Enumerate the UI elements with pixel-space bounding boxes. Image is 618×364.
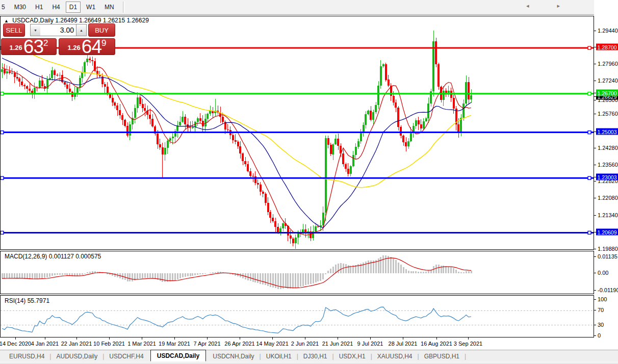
macd-axis-label: 0.00 (598, 270, 608, 276)
time-axis-date: 19 Mar 2021 (159, 341, 190, 347)
axis-tick (594, 181, 596, 181)
tab-scroll-arrows[interactable]: ◂ ▸ (526, 3, 573, 9)
macd-label: MACD(12,26,9) 0.001127 0.000575 (5, 253, 101, 260)
time-axis-date: 28 Jul 2021 (389, 341, 418, 347)
time-axis-date: 3 Sep 2021 (454, 341, 482, 347)
axis-tick (594, 198, 596, 198)
tab-gbpusd-h1[interactable]: GBPUSD,H1 (419, 351, 465, 361)
macd-axis-label: 0.01135 (598, 253, 617, 259)
time-axis-date: 22 Jan 2021 (61, 341, 92, 347)
time-axis-date: 9 Jul 2021 (357, 341, 383, 347)
mt4-terminal: 5M30H1H4D1W1MN MACD(12,26,9) 0.001127 0.… (0, 0, 618, 364)
toolbar-separator (123, 2, 125, 13)
one-click-trade-panel: SELL ▼ ▲ BUY 1.26 63 2 1.26 64 9 (1, 23, 117, 55)
timeframe-toolbar: 5M30H1H4D1W1MN (0, 0, 618, 15)
time-axis-tick (272, 337, 273, 340)
volume-increase-button[interactable]: ▲ (76, 24, 87, 36)
time-axis-date: 16 Aug 2021 (421, 341, 452, 347)
chart-header: ▲ USDCAD,Daily 1.26499 1.26649 1.26215 1… (4, 17, 149, 24)
chevron-up-icon: ▲ (80, 29, 83, 32)
timeframe-button-5[interactable]: 5 (0, 2, 9, 13)
rsi-axis-label: 0 (598, 332, 601, 339)
macd-panel[interactable]: MACD(12,26,9) 0.001127 0.000575 (0, 251, 594, 294)
tab-audusd-daily[interactable]: AUDUSD,Daily (51, 351, 102, 361)
price-axis-label: 1.27240 (598, 77, 618, 84)
volume-input[interactable] (40, 24, 76, 36)
axis-tick (594, 249, 596, 249)
time-axis-tick (240, 337, 240, 340)
time-axis-tick (370, 337, 371, 340)
chart-tab-bar: EURUSD,H4|AUDUSD,Daily|USDCHF,H4|USDCAD,… (0, 350, 618, 362)
chart-title: USDCAD,Daily (12, 17, 54, 24)
time-axis-tick (142, 337, 142, 340)
timeframe-button-h1[interactable]: H1 (32, 2, 46, 13)
price-tag: 1.28700 (596, 44, 618, 50)
tab-usdcad-daily[interactable]: USDCAD,Daily (150, 350, 206, 361)
price-axis-label: 1.19880 (598, 246, 618, 252)
rsi-canvas[interactable] (1, 296, 594, 337)
rsi-axis-label: 70 (598, 307, 604, 313)
chart-ohlc-values: 1.26499 1.26649 1.26215 1.26629 (55, 17, 149, 24)
axis-tick (594, 273, 596, 273)
tab-usdcnh-daily[interactable]: USDCNH,Daily (208, 351, 259, 361)
rsi-panel[interactable]: RSI(14) 55.7971 (0, 295, 594, 337)
time-axis-date: 1 Mar 2021 (127, 341, 156, 347)
time-axis-date: 14 May 2021 (256, 341, 289, 347)
time-axis-tick (15, 337, 16, 340)
time-axis-date: 14 Dec 2020 (0, 341, 31, 347)
time-axis-date: 2 Jun 2021 (291, 341, 319, 347)
tab-separator: | (465, 353, 466, 360)
axis-tick (594, 148, 596, 148)
tab-xauusd-h4[interactable]: XAUUSD,H4 (372, 351, 418, 361)
timeframe-button-w1[interactable]: W1 (83, 2, 99, 13)
time-axis-tick (338, 337, 338, 340)
time-axis-date: 7 Apr 2021 (193, 341, 220, 347)
price-axis-label: 1.24280 (598, 145, 618, 151)
axis-tick (594, 290, 596, 291)
axis-tick (594, 335, 596, 336)
tab-usdx-h1[interactable]: USDX,H1 (334, 351, 371, 361)
tab-dj30-h1[interactable]: DJ30,H1 (298, 351, 332, 361)
price-axis-label: 1.29440 (598, 28, 618, 34)
time-axis-date: 21 Jun 2021 (322, 341, 353, 347)
axis-tick (594, 114, 596, 114)
rsi-label: RSI(14) 55.7971 (5, 297, 49, 304)
price-tag: 1.20609 (596, 229, 618, 236)
tab-ukoil-h1[interactable]: UKOil,H1 (261, 351, 297, 361)
buy-price-display[interactable]: 1.26 64 9 (59, 38, 115, 55)
price-tag: 1.25003 (596, 128, 618, 135)
time-axis-tick (109, 337, 110, 340)
axis-tick (594, 215, 596, 216)
time-axis-tick (403, 337, 403, 340)
price-axis-label: 1.21340 (598, 212, 618, 218)
axis-tick (594, 325, 596, 325)
price-axis-label: 1.27960 (598, 61, 618, 67)
price-axis-label: 1.22080 (598, 195, 618, 201)
macd-axis-label: -0.011904 (598, 287, 618, 293)
axis-tick (594, 310, 596, 310)
time-axis-tick (45, 337, 45, 340)
timeframe-button-h4[interactable]: H4 (48, 2, 63, 13)
axis-tick (594, 100, 596, 100)
time-axis[interactable]: 14 Dec 20204 Jan 202122 Jan 202110 Feb 2… (0, 337, 594, 350)
sell-button[interactable]: SELL (3, 23, 25, 37)
timeframe-button-m30[interactable]: M30 (11, 2, 30, 13)
collapse-panel-icon[interactable]: ▲ (4, 18, 9, 23)
timeframe-button-mn[interactable]: MN (101, 2, 118, 13)
status-strip (0, 362, 618, 364)
volume-decrease-button[interactable]: ▼ (30, 24, 41, 36)
rsi-axis-label: 30 (598, 322, 604, 328)
sell-price-display[interactable]: 1.26 63 2 (1, 38, 57, 55)
time-axis-tick (174, 337, 175, 340)
tab-usdchf-h4[interactable]: USDCHF,H4 (104, 351, 148, 361)
axis-tick (594, 64, 596, 64)
time-axis-tick (207, 337, 208, 340)
time-axis-tick (468, 337, 469, 340)
axis-tick (594, 165, 596, 165)
buy-button[interactable]: BUY (88, 23, 115, 37)
tab-eurusd-h4[interactable]: EURUSD,H4 (4, 351, 49, 361)
price-axis[interactable]: 1.294401.279601.272401.265001.257601.242… (594, 0, 618, 350)
time-axis-tick (305, 337, 305, 340)
axis-tick (594, 31, 596, 31)
timeframe-button-d1[interactable]: D1 (66, 2, 81, 13)
